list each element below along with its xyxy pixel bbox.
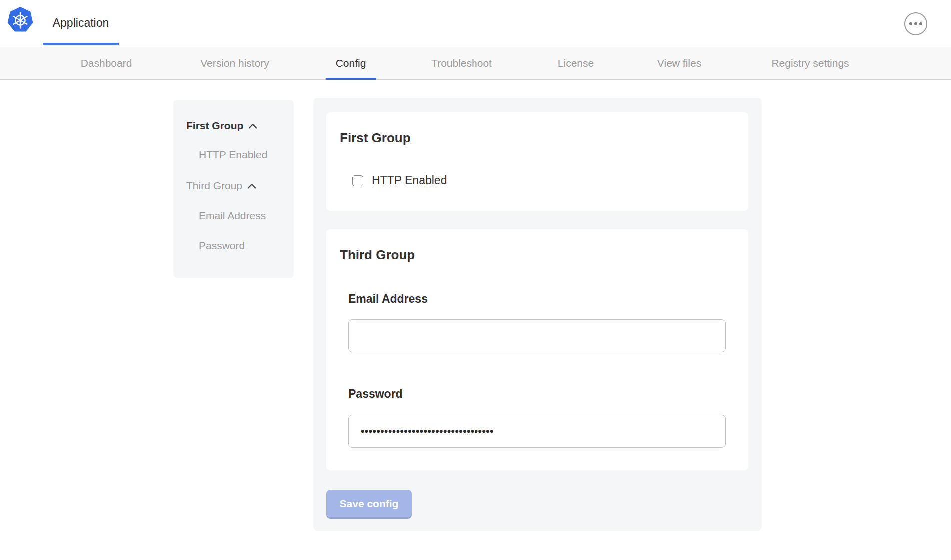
sidebar-item-label: Password	[199, 240, 245, 252]
sidebar-item-label: HTTP Enabled	[199, 149, 267, 161]
ellipsis-icon	[909, 22, 912, 25]
sidebar-item-label: First Group	[186, 120, 243, 132]
more-menu-button[interactable]	[904, 12, 927, 35]
tab-view-files[interactable]: View files	[657, 47, 701, 80]
app-header: Application	[0, 0, 951, 46]
ellipsis-icon	[919, 22, 922, 25]
password-label: Password	[348, 387, 726, 401]
sidebar-item-first-group[interactable]: First Group	[186, 120, 257, 132]
checkbox-label: HTTP Enabled	[372, 174, 447, 187]
tab-registry-settings[interactable]: Registry settings	[771, 47, 849, 80]
chevron-up-icon	[247, 183, 256, 189]
group-title: Third Group	[340, 247, 726, 262]
page: Application Dashboard Version history Co…	[0, 0, 951, 560]
sidebar-item-label: Third Group	[186, 180, 242, 192]
password-field[interactable]	[348, 415, 726, 448]
sidebar-item-http-enabled[interactable]: HTTP Enabled	[199, 149, 267, 161]
tab-license[interactable]: License	[558, 47, 594, 80]
tab-dashboard[interactable]: Dashboard	[81, 47, 132, 80]
ellipsis-icon	[914, 22, 917, 25]
tab-application-label: Application	[53, 16, 109, 30]
chevron-up-icon	[248, 123, 257, 129]
active-tab-underline	[43, 43, 119, 45]
group-title: First Group	[340, 130, 735, 145]
sidebar-item-password[interactable]: Password	[199, 240, 245, 252]
kubernetes-logo-icon	[7, 7, 33, 33]
tab-version-history[interactable]: Version history	[200, 47, 269, 80]
config-sidebar: First Group HTTP Enabled Third Group Ema…	[173, 100, 294, 278]
tab-troubleshoot[interactable]: Troubleshoot	[431, 47, 492, 80]
app-subnav: Dashboard Version history Config Trouble…	[0, 47, 951, 80]
tab-application[interactable]: Application	[43, 0, 119, 46]
sidebar-item-third-group[interactable]: Third Group	[186, 180, 256, 192]
sidebar-item-email-address[interactable]: Email Address	[199, 210, 266, 222]
checkbox-row: HTTP Enabled	[352, 174, 735, 187]
tab-config[interactable]: Config	[336, 47, 366, 80]
email-address-field[interactable]	[348, 319, 726, 352]
config-panel: First Group HTTP Enabled Third Group Ema…	[313, 98, 762, 531]
save-config-button[interactable]: Save config	[326, 490, 412, 517]
sidebar-item-label: Email Address	[199, 210, 266, 222]
config-group-card-third: Third Group Email Address Password	[326, 229, 748, 470]
http-enabled-checkbox[interactable]	[352, 175, 363, 186]
config-group-card-first: First Group HTTP Enabled	[326, 112, 748, 211]
email-address-label: Email Address	[348, 292, 726, 306]
